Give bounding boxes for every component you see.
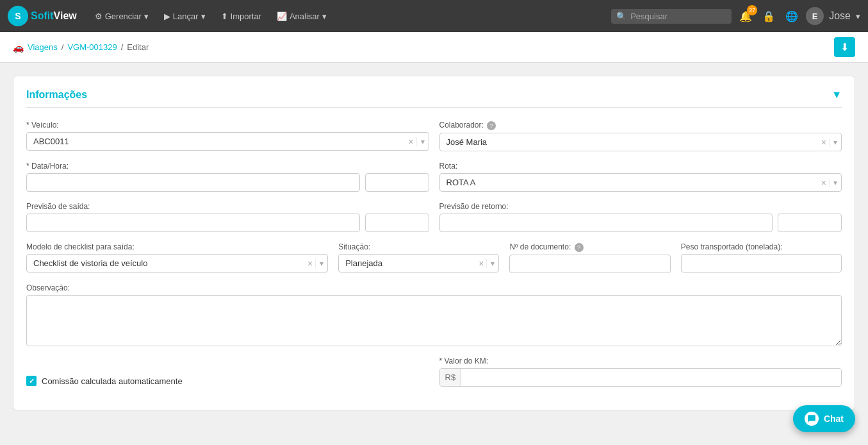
group-documento: Nº de documento: ? 121212 [509, 242, 670, 273]
group-data: * Data/Hora: 03/03/2023 09:00 [26, 162, 429, 192]
checklist-value: Checklist de vistoria de veículo [27, 255, 305, 272]
main-content: Informações ▼ * Veículo: ABC0011 × ▾ Col… [0, 63, 868, 423]
chat-button[interactable]: Chat [793, 405, 855, 423]
valor-km-label: * Valor do KM: [439, 357, 842, 365]
situacao-value: Planejada [339, 255, 476, 272]
previsao-retorno-label: Previsão de retorno: [439, 202, 842, 211]
checklist-arrow-icon[interactable]: ▾ [315, 259, 327, 268]
chevron-down-icon: ▾ [856, 12, 860, 21]
group-comissao: Comissão calculada automaticamente [26, 357, 429, 387]
colaborador-arrow-icon[interactable]: ▾ [829, 138, 841, 147]
network-icon[interactable]: 🌐 [783, 8, 801, 25]
row-observacao: Observação: [26, 283, 842, 346]
rota-label: Rota: [439, 162, 842, 171]
group-colaborador: Colaborador: ? José Maria × ▾ [439, 121, 842, 151]
documento-input[interactable]: 121212 [509, 255, 670, 273]
nav-gerenciar[interactable]: ⚙ Gerenciar ▾ [88, 8, 155, 25]
group-observacao: Observação: [26, 283, 842, 346]
chevron-down-icon: ▾ [144, 12, 149, 21]
search-icon: 🔍 [616, 12, 626, 21]
chart-icon: 📈 [277, 12, 287, 21]
trips-icon: 🚗 [13, 42, 24, 53]
breadcrumb-current: Editar [127, 42, 149, 52]
chat-icon [805, 412, 819, 423]
colaborador-help-icon: ? [487, 121, 496, 130]
row-checklist-etc: Modelo de checklist para saída: Checklis… [26, 242, 842, 273]
nav-importar[interactable]: ⬆ Importar [215, 8, 268, 25]
veiculo-label: * Veículo: [26, 121, 429, 130]
export-button[interactable]: ⬇ [834, 37, 855, 57]
documento-help-icon: ? [575, 243, 584, 252]
breadcrumb: 🚗 Viagens / VGM-001329 / Editar [13, 42, 149, 53]
group-previsao-retorno: Previsão de retorno: 03/03/2023 18:00 [439, 202, 842, 232]
nav-lancar[interactable]: ▶ Lançar ▾ [158, 8, 212, 25]
row-veiculo-colaborador: * Veículo: ABC0011 × ▾ Colaborador: ? Jo… [26, 121, 842, 151]
checklist-select[interactable]: Checklist de vistoria de veículo × ▾ [26, 254, 328, 273]
valor-km-input[interactable]: 0,00 [461, 369, 841, 386]
veiculo-arrow-icon[interactable]: ▾ [416, 137, 429, 146]
logo[interactable]: S SofitView [8, 6, 77, 26]
valor-km-prefix: R$ [440, 369, 462, 386]
previsao-retorno-date[interactable]: 03/03/2023 [439, 214, 773, 232]
chevron-down-icon: ▾ [322, 12, 327, 21]
peso-input[interactable]: 10,00 [681, 254, 842, 273]
breadcrumb-trip-id[interactable]: VGM-001329 [67, 42, 117, 52]
observacao-label: Observação: [26, 283, 842, 292]
previsao-retorno-time[interactable]: 18:00 [778, 214, 842, 232]
valor-km-input-group: R$ 0,00 [439, 368, 842, 387]
colaborador-select[interactable]: José Maria × ▾ [439, 133, 842, 151]
card-header: Informações ▼ [26, 89, 842, 108]
group-previsao-saida: Previsão de saída: 03/03/2023 09:30 [26, 202, 429, 232]
previsao-saida-date[interactable]: 03/03/2023 [26, 214, 360, 232]
logo-text: SofitView [31, 10, 77, 22]
avatar: E [806, 7, 824, 25]
veiculo-value: ABC0011 [27, 133, 405, 150]
user-menu[interactable]: E Jose ▾ [806, 7, 860, 25]
nav-right: 🔍 🔔 27 🔒 🌐 E Jose ▾ [611, 7, 860, 25]
data-label: * Data/Hora: [26, 162, 429, 171]
previsao-saida-time[interactable]: 09:30 [365, 214, 429, 232]
breadcrumb-separator2: / [121, 42, 124, 52]
colaborador-clear-icon[interactable]: × [819, 137, 829, 147]
documento-label: Nº de documento: ? [509, 242, 670, 252]
navbar: S SofitView ⚙ Gerenciar ▾ ▶ Lançar ▾ ⬆ I… [0, 0, 868, 32]
rota-arrow-icon[interactable]: ▾ [829, 178, 841, 187]
previsao-saida-label: Previsão de saída: [26, 202, 429, 211]
comissao-label: Comissão calculada automaticamente [42, 376, 183, 386]
colaborador-label: Colaborador: ? [439, 121, 842, 130]
hora-input[interactable]: 09:00 [365, 173, 429, 192]
breadcrumb-viagens[interactable]: Viagens [28, 42, 58, 52]
group-peso: Peso transportado (tonelada): 10,00 [681, 242, 842, 273]
breadcrumb-separator: / [61, 42, 64, 52]
notification-bell[interactable]: 🔔 27 [737, 8, 755, 25]
group-veiculo: * Veículo: ABC0011 × ▾ [26, 121, 429, 151]
launch-icon: ▶ [164, 12, 170, 21]
data-input[interactable]: 03/03/2023 [26, 173, 360, 192]
rota-clear-icon[interactable]: × [819, 178, 829, 188]
rota-select[interactable]: ROTA A × ▾ [439, 173, 842, 192]
comissao-checkbox-row: Comissão calculada automaticamente [26, 376, 429, 386]
chat-label: Chat [824, 414, 844, 423]
comissao-checkbox[interactable] [26, 376, 37, 386]
veiculo-select[interactable]: ABC0011 × ▾ [26, 132, 429, 151]
situacao-arrow-icon[interactable]: ▾ [486, 259, 498, 268]
gear-icon: ⚙ [95, 12, 102, 21]
situacao-clear-icon[interactable]: × [476, 258, 486, 269]
situacao-select[interactable]: Planejada × ▾ [338, 254, 499, 273]
observacao-textarea[interactable] [26, 295, 842, 346]
checklist-clear-icon[interactable]: × [305, 258, 315, 269]
veiculo-clear-icon[interactable]: × [405, 137, 416, 147]
chevron-down-icon: ▾ [201, 12, 206, 21]
logo-icon: S [8, 6, 28, 26]
row-comissao-km: Comissão calculada automaticamente * Val… [26, 357, 842, 387]
nav-analisar[interactable]: 📈 Analisar ▾ [270, 8, 333, 25]
rota-value: ROTA A [440, 174, 819, 191]
search-input[interactable] [630, 12, 726, 21]
group-rota: Rota: ROTA A × ▾ [439, 162, 842, 192]
card-title: Informações [26, 89, 87, 101]
collapse-icon[interactable]: ▼ [831, 89, 842, 101]
group-valor-km: * Valor do KM: R$ 0,00 [439, 357, 842, 387]
lock-icon[interactable]: 🔒 [760, 8, 778, 25]
form-card: Informações ▼ * Veículo: ABC0011 × ▾ Col… [13, 76, 855, 410]
upload-icon: ⬆ [221, 12, 228, 21]
